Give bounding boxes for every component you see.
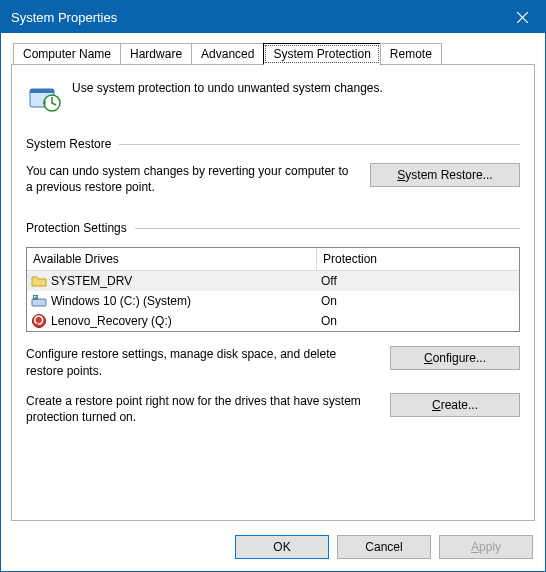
- divider: [119, 144, 520, 145]
- svg-rect-9: [34, 298, 36, 300]
- apply-button: Apply: [439, 535, 533, 559]
- disk-icon: [31, 293, 47, 309]
- drive-name: Windows 10 (C:) (System): [51, 294, 191, 308]
- header-protection[interactable]: Protection: [317, 248, 519, 271]
- divider: [135, 228, 520, 229]
- intro-row: Use system protection to undo unwanted s…: [26, 79, 520, 115]
- create-text: Create a restore point right now for the…: [26, 393, 370, 425]
- button-label-rest: onfigure...: [433, 351, 486, 365]
- svg-rect-5: [32, 299, 46, 306]
- folder-icon: [31, 273, 47, 289]
- system-restore-text: You can undo system changes by reverting…: [26, 163, 350, 195]
- svg-rect-10: [36, 298, 38, 300]
- ok-button[interactable]: OK: [235, 535, 329, 559]
- protection-settings-label: Protection Settings: [26, 221, 127, 235]
- button-label-rest: reate...: [441, 398, 478, 412]
- button-label-rest: pply: [479, 540, 501, 554]
- tab-remote[interactable]: Remote: [380, 43, 442, 64]
- close-button[interactable]: [499, 1, 545, 33]
- content-area: Computer Name Hardware Advanced System P…: [1, 33, 545, 525]
- drives-table: Available Drives Protection SYSTEM_DRV O…: [26, 247, 520, 332]
- drive-protection-status: Off: [321, 274, 515, 288]
- table-row[interactable]: SYSTEM_DRV Off: [27, 271, 519, 291]
- table-header: Available Drives Protection: [27, 248, 519, 271]
- dialog-footer: OK Cancel Apply: [1, 525, 545, 571]
- close-icon: [517, 12, 528, 23]
- tab-hardware[interactable]: Hardware: [120, 43, 192, 64]
- table-row[interactable]: Windows 10 (C:) (System) On: [27, 291, 519, 311]
- system-restore-group-header: System Restore: [26, 137, 520, 151]
- tab-strip: Computer Name Hardware Advanced System P…: [11, 43, 535, 64]
- system-protection-icon: [26, 79, 62, 115]
- system-restore-label: System Restore: [26, 137, 111, 151]
- drive-name: SYSTEM_DRV: [51, 274, 132, 288]
- tab-system-protection[interactable]: System Protection: [263, 43, 380, 65]
- titlebar: System Properties: [1, 1, 545, 33]
- svg-rect-7: [34, 296, 36, 298]
- drive-protection-status: On: [321, 314, 515, 328]
- svg-rect-3: [30, 89, 54, 93]
- mnemonic: A: [471, 540, 479, 554]
- tab-computer-name[interactable]: Computer Name: [13, 43, 121, 64]
- header-available-drives[interactable]: Available Drives: [27, 248, 317, 271]
- create-button[interactable]: Create...: [390, 393, 520, 417]
- system-restore-row: You can undo system changes by reverting…: [26, 163, 520, 195]
- configure-button[interactable]: Configure...: [390, 346, 520, 370]
- system-restore-button[interactable]: System Restore...: [370, 163, 520, 187]
- protection-settings-group-header: Protection Settings: [26, 221, 520, 235]
- cancel-button[interactable]: Cancel: [337, 535, 431, 559]
- mnemonic: C: [432, 398, 441, 412]
- configure-row: Configure restore settings, manage disk …: [26, 346, 520, 378]
- tab-advanced[interactable]: Advanced: [191, 43, 264, 64]
- svg-rect-8: [36, 296, 38, 298]
- create-row: Create a restore point right now for the…: [26, 393, 520, 425]
- intro-text: Use system protection to undo unwanted s…: [72, 79, 383, 95]
- configure-text: Configure restore settings, manage disk …: [26, 346, 370, 378]
- table-row[interactable]: Lenovo_Recovery (Q:) On: [27, 311, 519, 331]
- button-label-rest: ystem Restore...: [405, 168, 492, 182]
- mnemonic: C: [424, 351, 433, 365]
- system-protection-panel: Use system protection to undo unwanted s…: [11, 64, 535, 521]
- drive-protection-status: On: [321, 294, 515, 308]
- window-title: System Properties: [11, 10, 499, 25]
- system-properties-window: System Properties Computer Name Hardware…: [0, 0, 546, 572]
- recovery-icon: [31, 313, 47, 329]
- drive-name: Lenovo_Recovery (Q:): [51, 314, 172, 328]
